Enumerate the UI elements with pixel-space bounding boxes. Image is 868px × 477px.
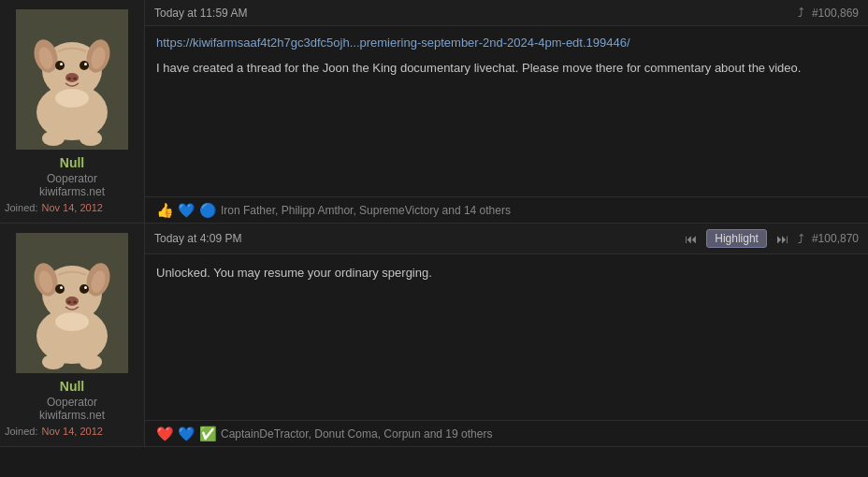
post-2-sidebar: Null Ooperator kiwifarms.net Joined: Nov… xyxy=(0,224,145,446)
post-2-nav-prev[interactable]: ⏮ xyxy=(681,230,701,248)
post-2-site: kiwifarms.net xyxy=(39,409,105,422)
post-2-joined-date: Nov 14, 2012 xyxy=(41,426,102,437)
post-1-joined-date: Nov 14, 2012 xyxy=(41,202,102,213)
post-2-reactions: ❤️ 💙 ✅ CaptainDeTractor, Donut Coma, Cor… xyxy=(145,420,868,446)
post-2-nav-controls: ⏮ Highlight ⏭ ⤴ xyxy=(681,229,804,248)
post-2-number: #100,870 xyxy=(812,232,859,245)
svg-point-12 xyxy=(67,78,71,80)
post-1-header: Today at 11:59 AM ⤴ #100,869 xyxy=(145,0,868,26)
post-2-header: Today at 4:09 PM ⏮ Highlight ⏭ ⤴ #100,87… xyxy=(145,224,868,254)
post-2-main: Today at 4:09 PM ⏮ Highlight ⏭ ⤴ #100,87… xyxy=(145,224,868,446)
post-2-reaction-check[interactable]: ✅ xyxy=(199,426,217,441)
post-2-role: Ooperator xyxy=(47,396,97,409)
post-2-reaction-users: CaptainDeTractor, Donut Coma, Corpun and… xyxy=(221,427,492,441)
post-2-header-right: ⏮ Highlight ⏭ ⤴ #100,870 xyxy=(681,229,859,248)
post-2-joined-label: Joined: xyxy=(5,426,37,437)
svg-point-25 xyxy=(80,284,89,294)
post-1-main: Today at 11:59 AM ⤴ #100,869 https://kiw… xyxy=(145,0,868,223)
post-2-nav-next[interactable]: ⏭ xyxy=(773,230,792,248)
post-1-sidebar: Null Ooperator kiwifarms.net Joined: Nov… xyxy=(0,0,145,223)
post-2-text: Unlocked. You may resume your ordinary s… xyxy=(156,264,857,282)
post-2-reaction-heart[interactable]: ❤️ xyxy=(156,426,174,441)
post-2-reaction-blue[interactable]: 💙 xyxy=(178,426,195,441)
svg-point-33 xyxy=(80,354,102,369)
post-1-text: I have created a thread for the Joon the… xyxy=(156,59,857,78)
post-1-header-right: ⤴ #100,869 xyxy=(798,6,859,20)
post-1-number: #100,869 xyxy=(812,7,859,20)
post-1-reaction-heart[interactable]: 💙 xyxy=(178,203,195,217)
post-1-reaction-like[interactable]: 👍 xyxy=(156,203,174,217)
svg-point-15 xyxy=(42,131,65,146)
svg-point-7 xyxy=(55,61,65,70)
svg-point-9 xyxy=(60,63,63,65)
post-1-share-icon[interactable]: ⤴ xyxy=(798,6,804,20)
svg-point-13 xyxy=(73,78,77,80)
post-2-share-icon[interactable]: ⤴ xyxy=(798,232,804,246)
post-1-joined-label: Joined: xyxy=(5,202,37,213)
svg-point-30 xyxy=(73,301,77,304)
post-2: Null Ooperator kiwifarms.net Joined: Nov… xyxy=(0,224,868,447)
svg-point-16 xyxy=(80,131,102,146)
post-1-role: Ooperator xyxy=(47,172,97,185)
post-1-site: kiwifarms.net xyxy=(39,185,105,198)
svg-point-10 xyxy=(84,63,87,65)
post-1-link[interactable]: https://kiwifarmsaaf4t2h7gc3dfc5ojh...pr… xyxy=(156,36,857,50)
post-1-reaction-users: Iron Father, Philipp Amthor, SupremeVict… xyxy=(221,204,511,217)
svg-point-28 xyxy=(65,296,79,306)
post-1-reaction-info[interactable]: 🔵 xyxy=(199,203,217,217)
post-2-username[interactable]: Null xyxy=(60,379,84,394)
post-1-joined: Joined: Nov 14, 2012 xyxy=(5,198,139,213)
svg-point-11 xyxy=(65,73,79,82)
post-1-username[interactable]: Null xyxy=(60,155,84,170)
post-1-body: https://kiwifarmsaaf4t2h7gc3dfc5ojh...pr… xyxy=(145,26,868,196)
svg-point-32 xyxy=(42,354,65,369)
svg-point-31 xyxy=(55,312,89,331)
post-1-avatar xyxy=(16,9,128,150)
svg-point-29 xyxy=(67,301,71,304)
svg-point-26 xyxy=(60,286,63,289)
svg-point-24 xyxy=(55,284,65,294)
svg-point-27 xyxy=(84,286,87,289)
post-2-highlight-button[interactable]: Highlight xyxy=(706,229,767,248)
post-2-avatar xyxy=(16,233,128,373)
svg-point-8 xyxy=(80,61,89,70)
post-2-joined: Joined: Nov 14, 2012 xyxy=(5,422,139,437)
post-2-timestamp: Today at 4:09 PM xyxy=(154,232,241,245)
post-1-timestamp: Today at 11:59 AM xyxy=(154,7,247,20)
post-2-body: Unlocked. You may resume your ordinary s… xyxy=(145,254,868,420)
post-1-reactions: 👍 💙 🔵 Iron Father, Philipp Amthor, Supre… xyxy=(145,196,868,223)
svg-point-14 xyxy=(55,89,89,108)
post-1: Null Ooperator kiwifarms.net Joined: Nov… xyxy=(0,0,868,224)
